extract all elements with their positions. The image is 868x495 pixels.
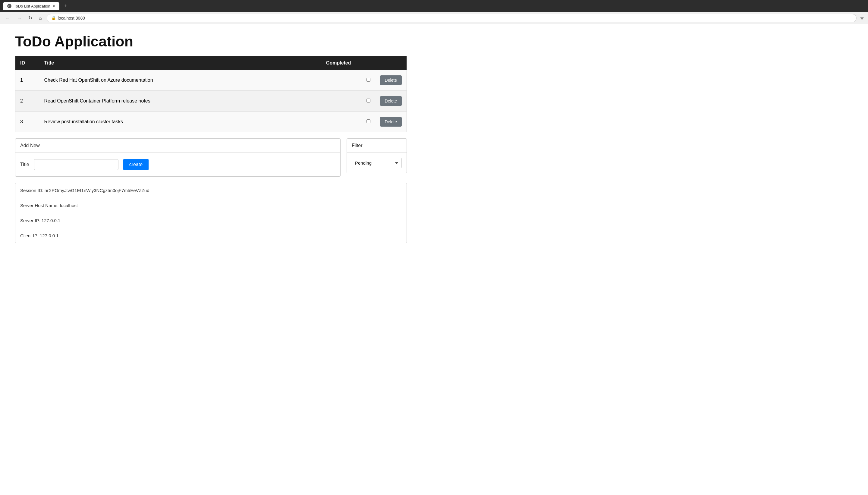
col-header-actions bbox=[375, 56, 407, 70]
filter-select[interactable]: PendingCompletedAll bbox=[352, 158, 402, 168]
address-bar[interactable]: 🔒 localhost:8080 bbox=[47, 14, 856, 22]
browser-chrome: ⊙ ToDo List Application × + bbox=[0, 0, 868, 12]
address-text: localhost:8080 bbox=[58, 16, 85, 20]
title-input[interactable] bbox=[34, 159, 119, 170]
row-title: Review post-installation cluster tasks bbox=[39, 112, 321, 132]
row-id: 2 bbox=[15, 91, 39, 112]
page-content: ToDo Application ID Title Completed 1Che… bbox=[0, 24, 422, 252]
row-id: 1 bbox=[15, 70, 39, 91]
tab-title: ToDo List Application bbox=[14, 4, 50, 8]
browser-nav: ← → ↻ ⌂ 🔒 localhost:8080 ★ bbox=[0, 12, 868, 24]
create-button[interactable]: create bbox=[123, 159, 149, 170]
client-ip-row: Client IP: 127.0.0.1 bbox=[15, 228, 406, 243]
tab-close-icon[interactable]: × bbox=[53, 4, 55, 8]
add-new-body: Title create bbox=[15, 153, 340, 176]
table-row: 1Check Red Hat OpenShift on Azure docume… bbox=[15, 70, 407, 91]
delete-button[interactable]: Delete bbox=[380, 96, 402, 106]
row-actions: Delete bbox=[375, 112, 407, 132]
browser-tab[interactable]: ⊙ ToDo List Application × bbox=[3, 2, 59, 10]
table-body: 1Check Red Hat OpenShift on Azure docume… bbox=[15, 70, 407, 132]
bookmark-button[interactable]: ★ bbox=[860, 15, 864, 21]
filter-header: Filter bbox=[347, 139, 406, 153]
server-ip-row: Server IP: 127.0.0.1 bbox=[15, 213, 406, 228]
new-tab-button[interactable]: + bbox=[62, 2, 70, 11]
delete-button[interactable]: Delete bbox=[380, 75, 402, 85]
server-host-row: Server Host Name: localhost bbox=[15, 198, 406, 213]
col-header-id: ID bbox=[15, 56, 39, 70]
completed-checkbox[interactable] bbox=[366, 99, 370, 102]
row-actions: Delete bbox=[375, 70, 407, 91]
row-completed[interactable] bbox=[321, 70, 375, 91]
session-info: Session ID: nrXPOmyJtwG1Ef1nWly3NCgz5n0o… bbox=[15, 183, 407, 243]
col-header-title: Title bbox=[39, 56, 321, 70]
completed-checkbox[interactable] bbox=[366, 119, 370, 123]
lock-icon: 🔒 bbox=[51, 16, 56, 20]
add-new-header: Add New bbox=[15, 139, 340, 153]
home-button[interactable]: ⌂ bbox=[37, 14, 44, 22]
row-completed[interactable] bbox=[321, 112, 375, 132]
todo-table: ID Title Completed 1Check Red Hat OpenSh… bbox=[15, 56, 407, 132]
row-title: Read OpenShift Container Platform releas… bbox=[39, 91, 321, 112]
title-label: Title bbox=[20, 162, 29, 167]
forward-button[interactable]: → bbox=[15, 14, 23, 22]
delete-button[interactable]: Delete bbox=[380, 117, 402, 126]
filter-body: PendingCompletedAll bbox=[347, 153, 406, 173]
row-actions: Delete bbox=[375, 91, 407, 112]
table-row: 2Read OpenShift Container Platform relea… bbox=[15, 91, 407, 112]
session-id-row: Session ID: nrXPOmyJtwG1Ef1nWly3NCgz5n0o… bbox=[15, 183, 406, 198]
col-header-completed: Completed bbox=[321, 56, 375, 70]
row-completed[interactable] bbox=[321, 91, 375, 112]
back-button[interactable]: ← bbox=[4, 14, 12, 22]
row-id: 3 bbox=[15, 112, 39, 132]
add-new-panel: Add New Title create bbox=[15, 138, 341, 177]
bottom-row: Add New Title create Filter PendingCompl… bbox=[15, 138, 407, 177]
page-title: ToDo Application bbox=[15, 33, 407, 50]
table-row: 3Review post-installation cluster tasksD… bbox=[15, 112, 407, 132]
completed-checkbox[interactable] bbox=[366, 78, 370, 82]
filter-panel: Filter PendingCompletedAll bbox=[347, 138, 407, 173]
refresh-button[interactable]: ↻ bbox=[27, 14, 34, 22]
table-header: ID Title Completed bbox=[15, 56, 407, 70]
tab-favicon-icon: ⊙ bbox=[7, 4, 12, 8]
row-title: Check Red Hat OpenShift on Azure documen… bbox=[39, 70, 321, 91]
